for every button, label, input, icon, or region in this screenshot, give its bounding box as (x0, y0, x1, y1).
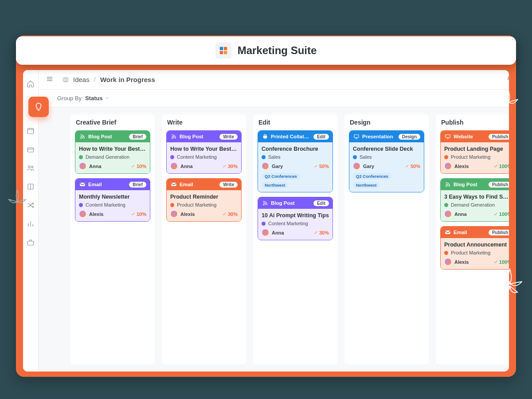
mail-icon (170, 181, 177, 188)
kanban-card[interactable]: Presentation DesignConference Slide Deck… (349, 130, 424, 192)
card-header: Blog Post Brief (75, 131, 150, 142)
card-title: Monthly Newsletter (79, 194, 146, 200)
card-category: Demand Generation (79, 154, 146, 160)
card-category: Content Marketing (170, 154, 238, 160)
column-title: Creative Brief (75, 119, 150, 126)
card-tags: Q2 ConferencesNorthwest (262, 173, 329, 188)
progress-percent: 30% (313, 230, 329, 235)
card-title: Product Reminder (170, 194, 238, 200)
app-window: Ideas / Work in Progress Group By Status… (23, 70, 509, 372)
progress-percent: 100% (493, 164, 509, 169)
card-header: Email Write (167, 179, 241, 190)
category-dot-icon (353, 155, 357, 159)
card-type-label: Blog Post (454, 182, 486, 187)
kanban-card[interactable]: Printed Collat… EditConference Brochure … (258, 130, 333, 192)
analytics-icon[interactable] (23, 216, 38, 231)
svg-point-18 (263, 204, 264, 205)
kanban-card[interactable]: Blog Post Publish3 Easy Ways to Find Soc… (440, 178, 509, 222)
card-type-label: Presentation (362, 134, 396, 139)
kanban-card[interactable]: Blog Post Edit10 Ai Prompt Writing Tips … (258, 197, 333, 240)
kanban-card[interactable]: Website PublishProduct Landing Page Prod… (440, 130, 509, 174)
card-category: Demand Generation (444, 202, 509, 207)
box-icon[interactable] (23, 142, 38, 157)
kanban-card[interactable]: Blog Post BriefHow to Write Your Best… D… (75, 130, 150, 174)
column-title: Design (349, 119, 424, 126)
title-bar: Marketing Suite (16, 36, 516, 65)
card-title: Product Announcement (444, 242, 509, 248)
board-column: Creative Brief Blog Post BriefHow to Wri… (70, 114, 155, 364)
svg-point-7 (31, 166, 33, 168)
present-icon (353, 133, 360, 140)
avatar (353, 162, 360, 170)
kanban-card[interactable]: Email PublishProduct Announcement Produc… (440, 226, 509, 270)
category-label: Content Marketing (86, 202, 125, 207)
rss-icon (170, 133, 177, 140)
briefcase-icon[interactable] (23, 235, 38, 250)
progress-percent: 10% (131, 164, 146, 169)
menu-icon[interactable] (46, 75, 54, 85)
avatar (170, 162, 178, 170)
card-title: How to Write Your Best… (79, 146, 146, 152)
svg-rect-19 (354, 135, 359, 137)
progress-percent: 10% (131, 211, 146, 217)
avatar (444, 162, 452, 170)
group-by-selector[interactable]: Status (85, 95, 110, 102)
rss-icon (79, 133, 86, 140)
assignee-name: Alexis (180, 211, 195, 217)
category-label: Product Marketing (177, 202, 216, 207)
category-label: Content Marketing (177, 154, 217, 160)
card-title: 10 Ai Prompt Writing Tips (262, 212, 329, 219)
svg-rect-9 (27, 241, 34, 245)
stage-pill: Design (399, 134, 420, 140)
people-icon[interactable] (23, 160, 38, 176)
category-dot-icon (444, 251, 448, 255)
tag-chip[interactable]: Northwest (262, 182, 288, 188)
progress-percent: 30% (222, 164, 238, 169)
svg-rect-5 (27, 148, 34, 152)
avatar (262, 229, 269, 236)
breadcrumb-separator: / (94, 76, 96, 83)
tag-chip[interactable]: Q2 Conferences (353, 173, 391, 180)
category-label: Content Marketing (268, 221, 308, 226)
app-logo-icon (215, 43, 231, 59)
kanban-card[interactable]: Email WriteProduct Reminder Product Mark… (166, 178, 242, 222)
category-label: Sales (360, 154, 372, 160)
kanban-card[interactable]: Blog Post WriteHow to Write Your Best… C… (166, 130, 242, 174)
notifications-icon[interactable] (506, 75, 509, 84)
ideas-nav-active-icon[interactable] (28, 97, 49, 117)
home-icon[interactable] (23, 76, 38, 91)
card-footer: Anna 10% (79, 162, 146, 170)
card-body: How to Write Your Best… Content Marketin… (167, 142, 241, 173)
kanban-card[interactable]: Email BriefMonthly Newsletter Content Ma… (75, 178, 150, 222)
progress-percent: 100% (493, 259, 509, 265)
assignee-name: Alexis (454, 259, 469, 265)
category-label: Demand Generation (86, 154, 129, 160)
avatar (79, 210, 86, 218)
card-footer: Anna 30% (262, 229, 329, 236)
breadcrumb-root[interactable]: Ideas (73, 76, 90, 83)
progress-percent: 100% (493, 211, 509, 217)
tag-chip[interactable]: Northwest (353, 182, 379, 188)
category-dot-icon (444, 155, 448, 159)
svg-rect-20 (445, 135, 450, 137)
assignee-name: Anna (454, 211, 467, 217)
doodle-icon (2, 186, 33, 217)
kanban-board: Creative Brief Blog Post BriefHow to Wri… (39, 107, 509, 372)
column-title: Publish (440, 119, 509, 126)
topbar: Ideas / Work in Progress (39, 70, 509, 90)
card-category: Content Marketing (79, 202, 146, 207)
breadcrumb[interactable]: Ideas / Work in Progress (63, 76, 155, 83)
board-column: Edit Printed Collat… EditConference Broc… (253, 114, 337, 364)
main: Ideas / Work in Progress Group By Status… (39, 70, 509, 372)
category-label: Demand Generation (451, 202, 495, 207)
assignee-name: Anna (272, 230, 284, 235)
group-by-bar: Group By Status (39, 90, 509, 107)
card-body: How to Write Your Best… Demand Generatio… (75, 142, 150, 173)
svg-rect-16 (264, 134, 266, 136)
card-header: Presentation Design (349, 131, 424, 142)
tag-chip[interactable]: Q2 Conferences (262, 173, 300, 180)
calendar-icon[interactable] (23, 123, 38, 138)
stage-pill: Brief (129, 134, 146, 140)
svg-rect-3 (224, 51, 227, 54)
card-body: Conference Brochure Sales Gary 50%Q2 Con… (258, 142, 332, 192)
